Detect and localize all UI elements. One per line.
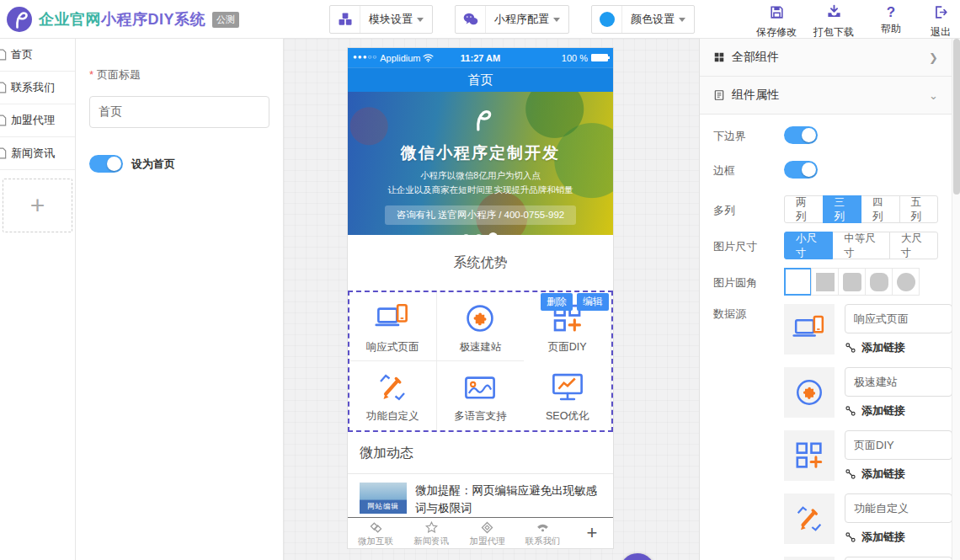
delete-button[interactable]: 删除 [541,293,573,311]
page-icon [0,82,8,93]
tab-contact[interactable]: 联系我们 [515,519,570,547]
phone-tab-bar: 微加互联 新闻资讯 加盟代理 联系我们 + [348,517,613,548]
sidebar-item-contact[interactable]: 联系我们 [0,72,75,104]
border-toggle[interactable] [784,161,818,179]
all-components-header[interactable]: 全部组件 ❯ [700,39,952,77]
grid-item-seo[interactable]: SEO优化 [524,361,611,430]
data-source-input[interactable] [845,304,952,333]
data-source-input[interactable] [845,557,952,560]
component-props-header[interactable]: 组件属性 ⌄ [700,77,952,115]
banner-carousel[interactable]: 微信小程序定制开发 小程序以微信8亿用户为切入点 让企业以及商家在短时间里实现提… [348,92,613,235]
signal-dots: ●●●○○ [353,53,377,61]
sidebar-item-news[interactable]: 新闻资讯 [0,137,75,170]
image-size-medium[interactable]: 中等尺寸 [832,232,889,259]
news-headline: 微加提醒：网页编辑应避免出现敏感词与极限词 [415,483,601,518]
plus-icon: + [30,191,45,220]
exit-button[interactable]: 退出 [926,4,955,40]
chain-link-icon [845,531,856,543]
tab-news[interactable]: 新闻资讯 [403,519,459,547]
grid-item-custom-function[interactable]: 功能自定义 [349,361,437,430]
data-source-item-fast-build: 添加链接 [784,367,952,419]
carousel-dot[interactable] [463,234,469,235]
color-settings-dropdown[interactable]: 颜色设置 [591,5,695,34]
banner-promo-pill: 咨询有礼 送官网小程序 / 400-0755-992 [385,205,576,225]
news-thumbnail: 网站编辑 [360,483,407,514]
page-title-input[interactable] [89,96,269,128]
columns-option-3-selected[interactable]: 三列 [823,195,862,223]
page-title-label: *页面标题 [89,67,269,83]
properties-panel: 全部组件 ❯ 组件属性 ⌄ 下边界 边框 多列 两列 三列 四列 [699,39,952,560]
radius-option-circle[interactable] [892,268,920,296]
image-size-segmented: 小尺寸 中等尺寸 大尺寸 [784,232,938,259]
add-link-button[interactable]: 添加链接 [845,530,952,545]
brand-diamond-icon [369,520,383,535]
phone-icon [536,520,550,535]
selected-grid-component[interactable]: 删除 编辑 响应式页面 极速建站 页面DIY 功能自定义 [348,291,613,432]
data-source-item-custom-function: 添加链接 [784,493,952,545]
tab-add-button[interactable]: + [571,522,613,544]
columns-option-5[interactable]: 五列 [899,195,939,223]
carousel-dot-active[interactable] [488,232,498,235]
sidebar-item-home[interactable]: 首页 [0,39,75,72]
responsive-page-icon [784,304,835,355]
props-doc-icon [713,89,725,101]
page-item-label: 新闻资讯 [11,146,55,161]
set-home-toggle[interactable] [89,155,123,173]
miniprogram-config-dropdown[interactable]: 小程序配置 [455,5,569,34]
help-icon: ? [887,4,895,20]
grid-item-responsive[interactable]: 响应式页面 [349,292,437,361]
image-size-small-selected[interactable]: 小尺寸 [784,232,833,259]
data-source-item-partial [784,557,952,560]
all-components-label: 全部组件 [732,50,779,65]
module-settings-label: 模块设置 [360,12,432,27]
set-home-label: 设为首页 [131,157,175,172]
data-source-item-page-diy: 添加链接 [784,430,952,482]
color-settings-label: 颜色设置 [622,12,694,27]
data-source-input[interactable] [845,493,952,523]
chevron-down-icon: ⌄ [929,89,938,102]
preview-eye-button[interactable] [620,553,655,560]
chain-link-icon [845,342,856,354]
exit-icon [933,4,949,24]
bottom-border-toggle[interactable] [784,126,818,144]
required-mark: * [89,68,93,81]
panel-scrollbar[interactable] [952,39,960,560]
module-settings-dropdown[interactable]: 模块设置 [329,5,433,34]
add-link-button[interactable]: 添加链接 [845,467,952,482]
radius-option-rounded-sm[interactable] [838,268,866,296]
caret-down-icon [679,18,685,22]
tab-brand[interactable]: 微加互联 [348,519,403,547]
scrollbar-thumb[interactable] [953,39,960,195]
header-menus: 模块设置 小程序配置 颜色设置 [329,5,695,34]
star-icon [424,520,439,535]
data-source-input[interactable] [845,430,952,460]
grid-item-multilang[interactable]: 多语言支持 [437,361,525,430]
image-size-large[interactable]: 大尺寸 [889,232,938,259]
data-source-input[interactable] [845,367,952,397]
download-button[interactable]: 打包下载 [812,4,856,40]
edit-button[interactable]: 编辑 [577,293,609,311]
add-link-button[interactable]: 添加链接 [845,340,952,355]
page-settings-panel: *页面标题 设为首页 [76,39,284,560]
advantage-section-title: 系统优势 [348,235,613,291]
radius-option-rounded-lg[interactable] [865,268,893,296]
sidebar-item-agent[interactable]: 加盟代理 [0,104,75,137]
news-list-item[interactable]: 网站编辑 微加提醒：网页编辑应避免出现敏感词与极限词 [348,474,613,518]
carousel-dot[interactable] [476,234,482,235]
add-link-button[interactable]: 添加链接 [845,403,952,419]
save-button[interactable]: 保存修改 [755,4,798,40]
beta-badge: 公测 [212,12,239,28]
tab-agent[interactable]: 加盟代理 [459,519,515,547]
add-page-button[interactable]: + [3,179,72,232]
radius-option-square[interactable] [811,268,839,296]
columns-option-2[interactable]: 两列 [784,195,824,223]
columns-option-4[interactable]: 四列 [861,195,900,223]
grid-item-fast-build[interactable]: 极速建站 [437,292,525,361]
phone-preview: ●●●○○ Applidium 11:27 AM 100 % 首页 微信小程序定… [348,48,613,548]
phone-nav-bar: 首页 [348,67,613,92]
radius-option-none-selected[interactable] [784,268,812,296]
image-icon [462,370,498,405]
help-button[interactable]: ? 帮助 [869,4,913,40]
caret-down-icon [553,18,560,22]
data-source-row: 数据源 添加链接 [713,304,938,560]
